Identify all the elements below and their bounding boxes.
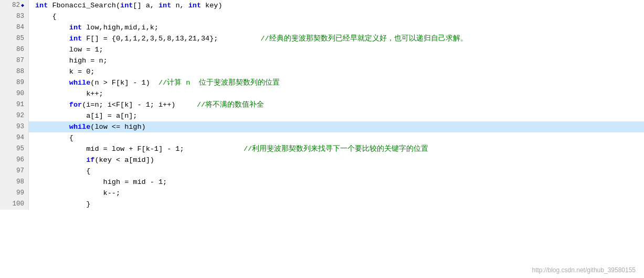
code-span-normal: a[i] = a[n]; [35,112,137,120]
code-line: 87 high = n; [0,55,644,66]
code-text: int low,high,mid,i,k; [29,22,644,33]
code-span-normal: (key < a[mid]) [94,156,154,164]
code-line: 100 } [0,199,644,210]
code-span-type: int [35,2,48,9]
code-span-normal: high = mid - 1; [35,178,167,186]
code-line: 92 a[i] = a[n]; [0,110,644,121]
code-line: 88 k = 0; [0,66,644,77]
code-span-kw: for [69,101,82,109]
code-span-type: int [188,2,201,9]
code-line: 97 { [0,166,644,177]
code-text: low = 1; [29,44,644,55]
line-number: 99 [0,188,29,199]
code-span-normal [35,123,69,131]
code-span-type: int [120,2,133,9]
code-text: high = mid - 1; [29,177,644,188]
code-text: while(n > F[k] - 1) //计算 n 位于斐波那契数列的位置 [29,77,644,88]
code-line: 90 k++; [0,88,644,99]
code-span-normal [184,145,244,153]
code-span-normal: F[] = {0,1,1,2,3,5,8,13,21,34}; [82,35,218,43]
line-number: 87 [0,55,29,66]
code-line: 86 low = 1; [0,44,644,55]
line-bullet: ◆ [21,0,24,11]
line-number: 91 [0,99,29,110]
code-span-comment: //计算 n 位于斐波那契数列的位置 [159,79,280,87]
code-text: k = 0; [29,66,644,77]
line-number: 88 [0,66,29,77]
code-span-normal: Fbonacci_Search( [48,2,120,9]
code-line: 95 mid = low + F[k-1] - 1; //利用斐波那契数列来找寻… [0,143,644,155]
code-span-normal: { [35,13,57,20]
code-span-normal: k--; [35,189,120,197]
line-number: 95 [0,143,29,155]
code-span-normal: k = 0; [35,68,94,76]
line-number: 94 [0,132,29,143]
code-span-kw: while [69,79,91,87]
code-text: int Fbonacci_Search(int[] a, int n, int … [29,0,644,11]
code-span-normal [35,101,69,109]
code-text: for(i=n; i<F[k] - 1; i++) //将不满的数值补全 [29,99,644,110]
code-span-normal: low,high,mid,i,k; [82,24,159,32]
code-text: if(key < a[mid]) [29,155,644,166]
code-text: high = n; [29,55,644,66]
code-span-normal: (low <= high) [90,123,145,131]
line-number: 89 [0,77,29,88]
code-span-normal: { [35,134,73,142]
code-span-normal: k++; [35,90,103,98]
code-span-normal [218,35,260,43]
code-text: k++; [29,88,644,99]
code-line: 98 high = mid - 1; [0,177,644,188]
code-span-normal [35,24,69,32]
line-number: 97 [0,166,29,177]
code-container: 82◆int Fbonacci_Search(int[] a, int n, i… [0,0,644,278]
code-text: a[i] = a[n]; [29,110,644,121]
code-line: 99 k--; [0,188,644,199]
code-span-normal: key) [201,2,223,9]
code-span-normal: (i=n; i<F[k] - 1; i++) [82,101,197,109]
code-span-kw: while [69,123,91,131]
code-span-normal: high = n; [35,57,108,65]
code-span-type: int [69,24,82,32]
code-line: 96 if(key < a[mid]) [0,155,644,166]
line-number: 92 [0,110,29,121]
code-line: 84 int low,high,mid,i,k; [0,22,644,33]
code-span-normal: mid = low + F[k-1] - 1; [35,145,184,153]
code-text: while(low <= high) [29,121,644,132]
code-line: 93 while(low <= high) [0,121,644,132]
code-span-normal: [] a, [133,2,159,9]
code-text: { [29,166,644,177]
code-span-normal: low = 1; [35,46,103,54]
code-line: 85 int F[] = {0,1,1,2,3,5,8,13,21,34}; /… [0,33,644,44]
code-span-normal: { [35,167,90,175]
code-text: } [29,199,644,210]
code-text: mid = low + F[k-1] - 1; //利用斐波那契数列来找寻下一个… [29,143,644,155]
line-number: 85 [0,33,29,44]
line-number: 90 [0,88,29,99]
code-span-normal: } [35,200,90,208]
code-text: { [29,132,644,143]
line-number: 93 [0,121,29,132]
code-text: k--; [29,188,644,199]
line-number: 96 [0,155,29,166]
line-number: 100 [0,199,29,210]
line-number: 83 [0,11,29,22]
line-number: 84 [0,22,29,33]
code-span-type: int [69,35,82,43]
line-number: 86 [0,44,29,55]
code-span-normal [35,79,69,87]
code-span-normal: (n > F[k] - 1) [90,79,159,87]
code-line: 82◆int Fbonacci_Search(int[] a, int n, i… [0,0,644,11]
code-line: 91 for(i=n; i<F[k] - 1; i++) //将不满的数值补全 [0,99,644,110]
code-span-normal: n, [171,2,188,9]
code-span-comment: //利用斐波那契数列来找寻下一个要比较的关键字的位置 [244,145,428,153]
code-span-kw: if [86,156,94,164]
code-span-normal [35,156,86,164]
code-span-comment: //将不满的数值补全 [197,101,264,109]
code-text: int F[] = {0,1,1,2,3,5,8,13,21,34}; //经典… [29,33,644,44]
code-span-comment: //经典的斐波那契数列已经早就定义好，也可以递归自己求解。 [260,35,467,43]
code-line: 89 while(n > F[k] - 1) //计算 n 位于斐波那契数列的位… [0,77,644,88]
code-text: { [29,11,644,22]
line-number: 82◆ [0,0,29,11]
watermark: http://blog.csdn.net/github_39580155 [532,266,636,274]
line-number: 98 [0,177,29,188]
